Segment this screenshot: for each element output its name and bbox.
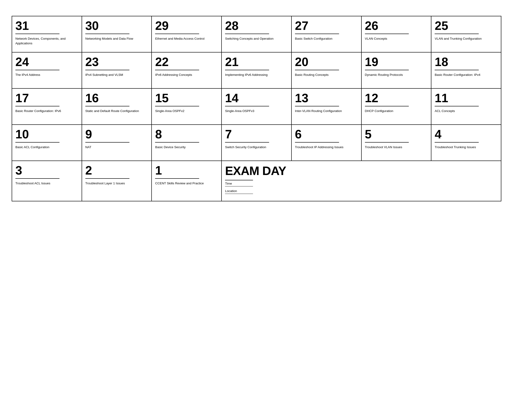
cell-number: 27 (295, 20, 358, 32)
cell-number: 6 (295, 128, 358, 140)
calendar-cell: 1 CCENT Skills Review and Practice (152, 161, 222, 201)
last-row: 3 Troubleshoot ACL Issues 2 Troubleshoot… (12, 161, 501, 201)
cell-topic: Single-Area OSPFv3 (225, 109, 254, 113)
calendar-cell: 29 Ethernet and Media Access Control (152, 16, 222, 52)
cell-number: 24 (15, 56, 78, 68)
cell-number: 21 (225, 56, 288, 68)
exam-divider (225, 180, 253, 180)
cell-topic: Basic Router Configuration: IPv4 (435, 73, 480, 76)
cell-topic: Switch Security Configuration (225, 145, 266, 149)
calendar-cell: 24 The IPv4 Address (12, 52, 82, 89)
calendar-cell: 15 Single-Area OSPFv2 (152, 89, 222, 125)
cell-divider (435, 106, 479, 106)
cell-topic: Troubleshoot VLAN Issues (365, 145, 402, 149)
calendar-cell: 28 Switching Concepts and Operation (222, 16, 292, 52)
cell-divider (85, 178, 129, 179)
exam-location-line (225, 194, 253, 194)
cell-topic: The IPv4 Address (15, 73, 40, 76)
cell-number: 25 (435, 20, 498, 32)
calendar-cell: 11 ACL Concepts (431, 89, 501, 125)
cell-number: 13 (295, 92, 358, 104)
cell-divider (435, 70, 479, 70)
calendar-cell: 31 Network Devices, Components, and Appl… (12, 16, 82, 52)
calendar-cell: 23 IPv4 Subnetting and VLSM (82, 52, 152, 89)
calendar-cell: 5 Troubleshoot VLAN Issues (362, 125, 432, 161)
cell-topic: IPv4 Subnetting and VLSM (85, 73, 123, 76)
exam-time-line (225, 186, 253, 187)
cell-topic: VLAN and Trunking Configuration (435, 37, 482, 40)
cell-divider (295, 106, 339, 106)
cell-number: 26 (365, 20, 428, 32)
cell-topic: Dynamic Routing Protocols (365, 73, 403, 76)
cell-number: 9 (85, 128, 148, 140)
cell-topic: Static and Default Route Configuration (85, 109, 139, 113)
cell-topic: Inter-VLAN Routing Configuration (295, 109, 342, 113)
cell-number: 10 (15, 128, 78, 140)
cell-topic: ACL Concepts (435, 109, 455, 113)
cell-divider (155, 178, 199, 179)
cell-number: 29 (155, 20, 218, 32)
cell-number: 5 (365, 128, 428, 140)
cell-divider (365, 142, 409, 142)
cell-divider (155, 142, 199, 142)
cell-divider (85, 70, 129, 70)
exam-day-title: EXAM DAY (225, 164, 498, 178)
cell-number: 30 (85, 20, 148, 32)
cell-divider (15, 106, 59, 106)
cell-topic: IPv6 Addressing Concepts (155, 73, 192, 76)
cell-divider (155, 70, 199, 70)
calendar-cell: 22 IPv6 Addressing Concepts (152, 52, 222, 89)
cell-topic: VLAN Concepts (365, 37, 387, 40)
cell-topic: Troubleshoot IP Addressing Issues (295, 145, 344, 149)
cell-divider (225, 106, 269, 106)
cell-number: 11 (435, 92, 498, 104)
cell-number: 1 (155, 164, 218, 176)
cell-divider (435, 142, 479, 142)
cell-divider (85, 106, 129, 106)
cell-number: 7 (225, 128, 288, 140)
calendar-cell: 8 Basic Device Security (152, 125, 222, 161)
calendar-cell: 12 DHCP Configuration (362, 89, 432, 125)
cell-topic: Networking Models and Data Flow (85, 37, 133, 40)
cell-topic: Basic Routing Concepts (295, 73, 329, 76)
exam-day-cell: EXAM DAY Time Location (222, 161, 501, 201)
calendar-cell: 27 Basic Switch Configuration (292, 16, 362, 52)
cell-divider (85, 34, 129, 34)
cell-number: 22 (155, 56, 218, 68)
cell-number: 3 (15, 164, 78, 176)
calendar-grid: 31 Network Devices, Components, and Appl… (12, 16, 501, 161)
cell-divider (295, 70, 339, 70)
cell-divider (155, 106, 199, 106)
calendar-cell: 6 Troubleshoot IP Addressing Issues (292, 125, 362, 161)
cell-divider (15, 178, 59, 179)
cell-topic: Basic ACL Configuration (15, 145, 49, 149)
cell-divider (225, 142, 269, 142)
cell-number: 12 (365, 92, 428, 104)
cell-divider (365, 34, 409, 34)
cell-topic: Basic Router Configuration: IPv6 (15, 109, 61, 113)
cell-topic: Network Devices, Components, and Applica… (15, 37, 66, 45)
cell-number: 20 (295, 56, 358, 68)
calendar-cell: 20 Basic Routing Concepts (292, 52, 362, 89)
cell-topic: Basic Device Security (155, 145, 186, 149)
calendar-cell: 10 Basic ACL Configuration (12, 125, 82, 161)
cell-divider (15, 142, 59, 142)
cell-number: 16 (85, 92, 148, 104)
cell-number: 18 (435, 56, 498, 68)
cell-divider (295, 142, 339, 142)
cell-topic: CCENT Skills Review and Practice (155, 181, 204, 185)
cell-divider (295, 34, 339, 34)
calendar-cell: 14 Single-Area OSPFv3 (222, 89, 292, 125)
calendar-cell: 30 Networking Models and Data Flow (82, 16, 152, 52)
cell-number: 15 (155, 92, 218, 104)
cell-number: 31 (15, 20, 78, 32)
cell-number: 2 (85, 164, 148, 176)
calendar-cell: 7 Switch Security Configuration (222, 125, 292, 161)
calendar-cell: 13 Inter-VLAN Routing Configuration (292, 89, 362, 125)
cell-topic: Switching Concepts and Operation (225, 37, 273, 40)
cell-divider (15, 34, 59, 34)
cell-divider (225, 34, 269, 34)
cell-divider (225, 70, 269, 70)
cell-topic: Troubleshoot Layer 1 Issues (85, 181, 125, 185)
cell-topic: DHCP Configuration (365, 109, 393, 113)
